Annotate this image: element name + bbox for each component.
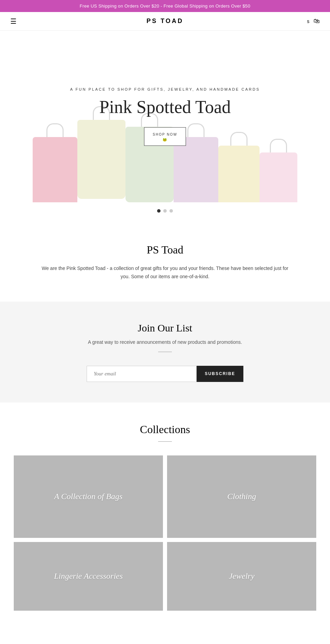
carousel-dot-3[interactable] <box>169 209 173 213</box>
announcement-text: Free US Shipping on Orders Over $20 - Fr… <box>80 3 250 9</box>
shop-now-icon: 🐸 <box>153 138 177 142</box>
collection-label-clothing: Clothing <box>227 492 256 501</box>
collection-item-bags[interactable]: A Collection of Bags <box>14 455 163 538</box>
email-input[interactable] <box>87 366 197 382</box>
about-title: PS Toad <box>41 244 289 256</box>
hero-content: A Fun Place to Shop for Gifts, Jewelry, … <box>33 87 297 146</box>
about-section: PS Toad We are the Pink Spotted Toad - a… <box>0 223 330 302</box>
hamburger-icon[interactable]: ☰ <box>10 18 16 25</box>
email-divider <box>158 352 172 352</box>
collection-item-lingerie[interactable]: Lingerie Accessories <box>14 542 163 611</box>
collection-item-jewelry[interactable]: Jewelry <box>167 542 316 611</box>
bag-5 <box>218 146 260 202</box>
site-logo[interactable]: PS TOAD <box>146 18 184 25</box>
header-right: s 🛍 <box>307 18 320 25</box>
header-left: ☰ <box>10 18 16 25</box>
hero-section: A Fun Place to Shop for Gifts, Jewelry, … <box>0 31 330 223</box>
collections-divider <box>158 441 172 442</box>
collection-label-bags: A Collection of Bags <box>54 492 123 501</box>
carousel-dot-2[interactable] <box>163 209 167 213</box>
search-label[interactable]: s <box>307 19 309 24</box>
cart-icon[interactable]: 🛍 <box>314 18 320 25</box>
carousel-dot-1[interactable] <box>157 209 161 213</box>
hero-title: Pink Spotted Toad <box>33 97 297 117</box>
email-signup-section: Join Our List A great way to receive ann… <box>0 302 330 403</box>
collections-grid: A Collection of Bags Clothing Lingerie A… <box>14 455 316 611</box>
collections-section: Collections A Collection of Bags Clothin… <box>0 403 330 624</box>
email-form: SUBSCRIBE <box>14 366 316 382</box>
carousel-dots <box>0 202 330 223</box>
about-text: We are the Pink Spotted Toad - a collect… <box>41 264 289 281</box>
bag-4 <box>174 137 218 202</box>
subscribe-button[interactable]: SUBSCRIBE <box>197 366 244 382</box>
shop-now-label: SHOP NOW <box>153 133 177 136</box>
collections-title: Collections <box>14 423 316 436</box>
bag-1 <box>33 137 77 202</box>
collection-item-clothing[interactable]: Clothing <box>167 455 316 538</box>
email-section-title: Join Our List <box>14 322 316 334</box>
hero-subtitle: A Fun Place to Shop for Gifts, Jewelry, … <box>33 87 297 91</box>
email-section-subtitle: A great way to receive announcements of … <box>14 339 316 345</box>
bag-6 <box>260 152 297 202</box>
hero-image: A Fun Place to Shop for Gifts, Jewelry, … <box>0 31 330 202</box>
collection-label-jewelry: Jewelry <box>229 572 255 581</box>
collection-label-lingerie: Lingerie Accessories <box>54 572 123 581</box>
site-header: ☰ PS TOAD s 🛍 <box>0 12 330 31</box>
shop-now-button[interactable]: SHOP NOW 🐸 <box>144 127 186 146</box>
announcement-bar: Free US Shipping on Orders Over $20 - Fr… <box>0 0 330 12</box>
